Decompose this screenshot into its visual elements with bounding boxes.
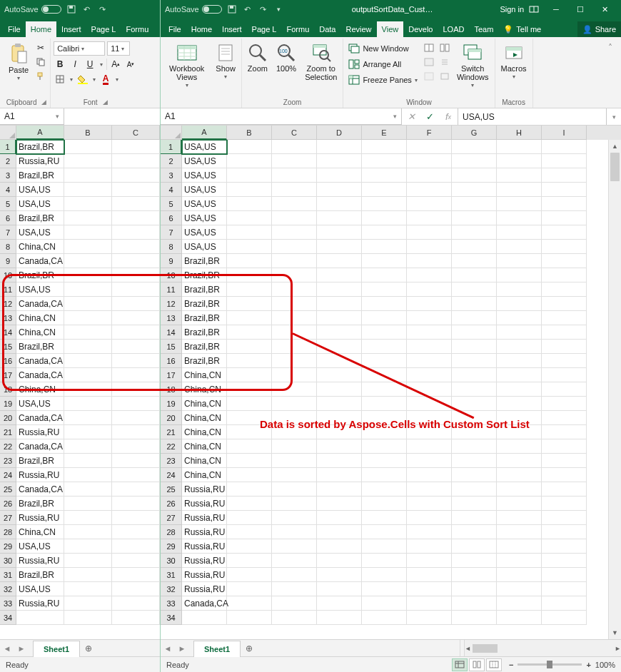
row-header[interactable]: 26 (161, 497, 182, 511)
row-header[interactable]: 11 (161, 282, 182, 297)
cell[interactable] (407, 183, 452, 197)
row-header[interactable]: 25 (161, 482, 182, 497)
cell[interactable] (227, 354, 272, 368)
cell[interactable] (362, 568, 407, 582)
cell[interactable] (497, 554, 542, 568)
row-header[interactable]: 32 (161, 582, 182, 596)
cell[interactable]: Brazil,BR (182, 340, 227, 354)
cell[interactable] (317, 596, 362, 611)
column-header-F[interactable]: F (407, 126, 452, 140)
select-all-corner[interactable] (161, 126, 182, 140)
row-header[interactable]: 20 (161, 411, 182, 425)
scroll-right-icon[interactable]: ► (615, 642, 621, 655)
cell[interactable] (272, 439, 317, 454)
add-sheet-icon[interactable]: ⊕ (80, 640, 97, 656)
cell[interactable] (452, 582, 497, 596)
zoom-in-icon[interactable]: + (586, 661, 590, 669)
row-header[interactable]: 33 (161, 596, 182, 611)
cell[interactable] (317, 468, 362, 482)
cell[interactable] (112, 211, 160, 225)
cell[interactable] (317, 397, 362, 411)
cell[interactable] (112, 482, 160, 497)
cell[interactable] (112, 497, 160, 511)
row-header[interactable]: 1 (161, 140, 182, 154)
font-size-combo[interactable]: 11▾ (107, 41, 130, 56)
fillcolor-dd-icon[interactable]: ▾ (91, 73, 97, 86)
scroll-thumb[interactable] (610, 153, 620, 181)
tab-home[interactable]: Home (186, 21, 217, 37)
cell[interactable] (407, 439, 452, 454)
cell[interactable] (64, 340, 112, 354)
cell[interactable] (112, 154, 160, 168)
cell[interactable] (407, 468, 452, 482)
cell[interactable] (497, 325, 542, 340)
tab-page-layout[interactable]: Page L (86, 21, 121, 37)
cell[interactable] (452, 497, 497, 511)
row-header[interactable]: 7 (161, 225, 182, 240)
row-header[interactable]: 25 (0, 482, 16, 497)
cell[interactable] (64, 282, 112, 297)
cell[interactable] (497, 297, 542, 311)
zoom-out-icon[interactable]: − (509, 661, 513, 669)
cell[interactable] (64, 168, 112, 183)
scroll-up-icon[interactable]: ▲ (609, 140, 621, 153)
cell[interactable] (362, 611, 407, 625)
row-header[interactable]: 27 (0, 511, 16, 525)
cell[interactable] (452, 568, 497, 582)
row-header[interactable]: 26 (0, 497, 16, 511)
row-header[interactable]: 16 (0, 354, 16, 368)
row-header[interactable]: 32 (0, 582, 16, 596)
cell[interactable] (272, 368, 317, 382)
row-header[interactable]: 23 (0, 454, 16, 468)
cell[interactable] (542, 325, 587, 340)
cell[interactable] (542, 197, 587, 211)
cell[interactable] (497, 140, 542, 154)
row-header[interactable]: 30 (161, 554, 182, 568)
cell[interactable]: China,CN (182, 411, 227, 425)
cell[interactable] (227, 154, 272, 168)
cell[interactable] (497, 397, 542, 411)
cell[interactable] (272, 225, 317, 240)
cell[interactable]: Russia,RU (182, 568, 227, 582)
cell[interactable] (452, 340, 497, 354)
redo-icon[interactable]: ↷ (258, 4, 269, 15)
cell[interactable]: Russia,RU (182, 554, 227, 568)
cell[interactable] (362, 454, 407, 468)
cell[interactable] (362, 511, 407, 525)
sheet-tab-sheet1[interactable]: Sheet1 (33, 641, 80, 657)
cell[interactable] (272, 454, 317, 468)
cell[interactable] (112, 554, 160, 568)
row-header[interactable]: 20 (0, 411, 16, 425)
cell[interactable] (272, 340, 317, 354)
row-header[interactable]: 7 (0, 225, 16, 240)
cell[interactable] (64, 154, 112, 168)
zoom-level[interactable]: 100% (595, 661, 615, 669)
tab-review[interactable]: Review (341, 21, 377, 37)
cell[interactable] (64, 554, 112, 568)
scroll-down-icon[interactable]: ▼ (609, 626, 621, 639)
cell[interactable] (452, 425, 497, 439)
borders-dd-icon[interactable]: ▾ (69, 73, 74, 86)
cell[interactable] (227, 297, 272, 311)
row-header[interactable]: 13 (0, 311, 16, 325)
cell[interactable] (362, 254, 407, 268)
cell[interactable] (272, 325, 317, 340)
cell[interactable] (112, 368, 160, 382)
cell[interactable] (362, 325, 407, 340)
cell[interactable] (112, 225, 160, 240)
cell[interactable] (407, 254, 452, 268)
cell[interactable] (272, 197, 317, 211)
cell[interactable]: USA,US (182, 183, 227, 197)
cell[interactable] (227, 325, 272, 340)
cell[interactable] (542, 539, 587, 554)
cell[interactable] (407, 154, 452, 168)
cell[interactable] (452, 154, 497, 168)
cell[interactable] (64, 425, 112, 439)
cell[interactable] (272, 382, 317, 397)
cell[interactable] (362, 211, 407, 225)
row-header[interactable]: 22 (161, 439, 182, 454)
cell[interactable] (112, 354, 160, 368)
cell[interactable] (407, 197, 452, 211)
cell[interactable] (64, 268, 112, 282)
cell[interactable] (64, 511, 112, 525)
